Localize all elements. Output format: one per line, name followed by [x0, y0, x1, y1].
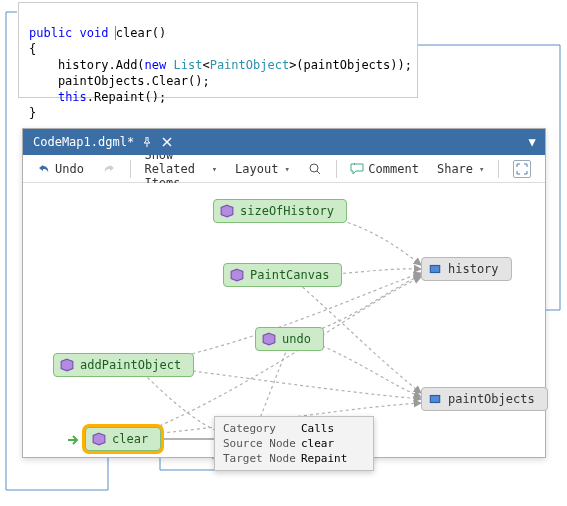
method-icon — [262, 332, 276, 346]
node-paintcanvas[interactable]: PaintCanvas — [223, 263, 342, 287]
codemap-window: CodeMap1.dgml* ▼ Undo Show Related Items… — [22, 128, 546, 458]
tooltip-key: Category — [223, 422, 301, 435]
tooltip-key: Target Node — [223, 452, 301, 465]
separator — [498, 160, 499, 178]
tooltip-value: Repaint — [301, 452, 347, 465]
tooltip-value: clear — [301, 437, 334, 450]
fn-name: clear — [116, 26, 152, 40]
tooltip-key: Source Node — [223, 437, 301, 450]
entry-arrow-icon — [67, 433, 81, 447]
svg-rect-2 — [430, 396, 439, 403]
field-icon — [428, 392, 442, 406]
close-icon[interactable] — [160, 135, 174, 149]
field-icon — [428, 262, 442, 276]
separator — [336, 160, 337, 178]
fit-icon — [513, 160, 531, 178]
edge-tooltip: CategoryCalls Source Nodeclear Target No… — [214, 416, 374, 471]
node-paintobjects[interactable]: paintObjects — [421, 387, 548, 411]
svg-point-0 — [310, 164, 318, 172]
method-icon — [230, 268, 244, 282]
comment-button[interactable]: Comment — [344, 160, 425, 178]
layout-button[interactable]: Layout▾ — [229, 160, 296, 178]
tab-bar: CodeMap1.dgml* ▼ — [23, 129, 545, 155]
toolbar: Undo Show Related Items▾ Layout▾ Comment… — [23, 155, 545, 183]
redo-button[interactable] — [96, 160, 122, 178]
tab-menu-icon[interactable]: ▼ — [525, 135, 539, 149]
method-icon — [220, 204, 234, 218]
node-addpaintobject[interactable]: addPaintObject — [53, 353, 194, 377]
node-sizeofhistory[interactable]: sizeOfHistory — [213, 199, 347, 223]
svg-rect-1 — [430, 266, 439, 273]
share-button[interactable]: Share▾ — [431, 160, 491, 178]
fit-button[interactable] — [507, 158, 537, 180]
code-editor[interactable]: public void clear() { history.Add(new Li… — [18, 2, 418, 98]
node-history[interactable]: history — [421, 257, 512, 281]
pin-icon[interactable] — [140, 135, 154, 149]
find-button[interactable] — [302, 160, 328, 178]
kw-public: public — [29, 26, 72, 40]
node-undo[interactable]: undo — [255, 327, 324, 351]
node-clear[interactable]: clear — [85, 427, 161, 451]
separator — [130, 160, 131, 178]
tab-title[interactable]: CodeMap1.dgml* — [33, 135, 134, 149]
kw-void: void — [80, 26, 109, 40]
method-icon — [92, 432, 106, 446]
method-icon — [60, 358, 74, 372]
undo-button[interactable]: Undo — [31, 160, 90, 178]
tooltip-value: Calls — [301, 422, 334, 435]
